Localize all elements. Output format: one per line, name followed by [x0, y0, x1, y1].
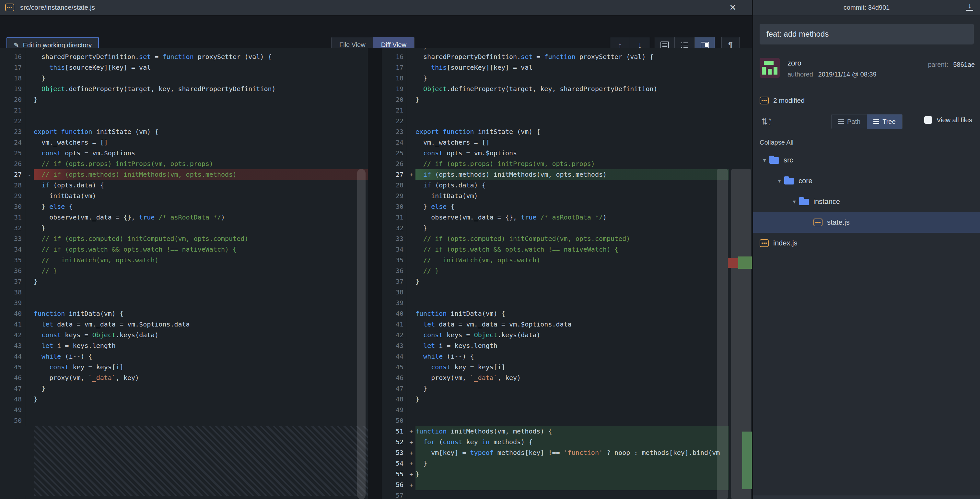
download-patch-icon[interactable]: ↓: [965, 3, 974, 11]
line-number: 37: [382, 276, 407, 287]
diff-marker: [407, 490, 415, 499]
tree-item-instance[interactable]: ▾ instance: [753, 191, 980, 212]
line-number: 45: [382, 362, 407, 373]
tree-item-src[interactable]: ▾ src: [753, 150, 980, 171]
code-line: 44 while (i--) {: [382, 351, 729, 362]
code-line: 49: [0, 405, 368, 415]
left-pane-scrollbar[interactable]: [357, 169, 366, 499]
line-number: 26: [382, 159, 407, 169]
code-text: let i = keys.length: [415, 340, 729, 351]
code-text: const keys = Object.keys(data): [415, 330, 729, 340]
parent-line[interactable]: parent: 5861ae: [928, 61, 975, 69]
code-text: this[sourceKey][key] = val: [415, 62, 729, 73]
diff-marker: [407, 351, 415, 362]
view-all-files-control[interactable]: View all files: [924, 116, 972, 124]
line-number: 53: [382, 448, 407, 458]
code-line: 36 // }: [382, 266, 729, 276]
code-line: 52+ for (const key in methods) {: [382, 437, 729, 448]
code-line: 57: [382, 490, 729, 499]
code-text: const key = keys[i]: [34, 362, 368, 373]
file-icon: [760, 239, 769, 247]
diff-toolbar: ✎ Edit in working directory File View Di…: [0, 16, 752, 48]
tree-item-state-js[interactable]: state.js: [753, 212, 980, 233]
diff-marker: [25, 351, 34, 362]
line-number: 49: [0, 405, 25, 415]
diff-marker: +: [407, 469, 415, 480]
line-number: 50: [382, 415, 407, 426]
line-number: 44: [382, 351, 407, 362]
view-all-files-checkbox[interactable]: [924, 116, 932, 124]
line-number: 33: [0, 233, 25, 244]
code-text: } else {: [415, 201, 729, 212]
author-name: zoro: [788, 59, 802, 67]
chevron-down-icon[interactable]: ▾: [760, 156, 769, 164]
line-number: 46: [0, 373, 25, 383]
line-number: 30: [0, 201, 25, 212]
line-number: 37: [0, 276, 25, 287]
modified-count-row: 2 modified: [760, 97, 805, 104]
diff-marker: [407, 137, 415, 148]
commit-message-box[interactable]: feat: add methods: [760, 24, 974, 45]
line-number: 24: [0, 137, 25, 148]
tab-tree[interactable]: Tree: [867, 115, 902, 129]
line-number: 36: [382, 266, 407, 276]
code-text: }: [34, 394, 368, 405]
code-line: 29 initData(vm): [0, 191, 368, 201]
code-line: 17 this[sourceKey][key] = val: [0, 62, 368, 73]
diff-marker: [25, 201, 34, 212]
diff-marker: [25, 48, 34, 51]
line-number: 34: [382, 244, 407, 255]
code-line: 35 // initWatch(vm, opts.watch): [0, 255, 368, 266]
line-number: 32: [0, 223, 25, 233]
tree-item-index-js[interactable]: index.js: [753, 233, 980, 253]
line-number: 39: [382, 298, 407, 308]
close-icon[interactable]: ✕: [729, 3, 736, 12]
diff-marker: [407, 233, 415, 244]
chevron-down-icon[interactable]: ▾: [775, 177, 784, 185]
code-line: 33 // if (opts.computed) initComputed(vm…: [382, 233, 729, 244]
tree-item-core[interactable]: ▾ core: [753, 171, 980, 191]
chevron-down-icon[interactable]: ▾: [789, 198, 799, 205]
diff-marker: [407, 62, 415, 73]
diff-marker: [407, 159, 415, 169]
diff-titlebar: src/core/instance/state.js ✕: [0, 0, 752, 15]
code-text: [34, 116, 368, 126]
code-line: 40function initData(vm) {: [382, 308, 729, 319]
code-line: 38: [0, 287, 368, 298]
code-text: // if (opts.props) initProps(vm, opts.pr…: [415, 159, 729, 169]
code-text: }: [415, 394, 729, 405]
line-number: 54: [382, 458, 407, 469]
diff-marker: [407, 276, 415, 287]
diff-marker: [407, 48, 415, 51]
code-text: vm[key] = typeof methods[key] !== 'funct…: [415, 448, 729, 458]
code-line: 35 // initWatch(vm, opts.watch): [382, 255, 729, 266]
code-text: proxy(vm, `_data`, key): [34, 373, 368, 383]
code-line: 16 sharedPropertyDefinition.set = functi…: [382, 51, 729, 62]
diff-marker: +: [407, 437, 415, 448]
code-line: 24 vm._watchers = []: [382, 137, 729, 148]
tab-path[interactable]: Path: [832, 115, 867, 129]
code-text: let i = keys.length: [34, 340, 368, 351]
code-text: }: [34, 223, 368, 233]
code-text: [415, 415, 729, 426]
line-number: 32: [382, 223, 407, 233]
diff-marker: [25, 244, 34, 255]
code-line: 56+: [382, 480, 729, 490]
diff-marker-scrollbar[interactable]: [717, 169, 728, 499]
line-number: 42: [0, 330, 25, 340]
panel-bottom-strip: [753, 496, 980, 499]
diff-marker: +: [407, 448, 415, 458]
line-number: 43: [382, 340, 407, 351]
diff-marker: [25, 287, 34, 298]
diff-marker: [25, 73, 34, 84]
code-text: const key = keys[i]: [415, 362, 729, 373]
code-line: 29 initData(vm): [382, 191, 729, 201]
collapse-all-button[interactable]: Collapse All: [760, 139, 794, 146]
diff-marker: [25, 308, 34, 319]
tree-item-label: src: [784, 156, 793, 164]
diff-marker: +: [407, 458, 415, 469]
split-view-icon: [701, 42, 709, 48]
sort-files-button[interactable]: ⇅ Az: [761, 117, 771, 127]
code-line: 28 if (opts.data) {: [382, 180, 729, 191]
code-text: // initWatch(vm, opts.watch): [415, 255, 729, 266]
